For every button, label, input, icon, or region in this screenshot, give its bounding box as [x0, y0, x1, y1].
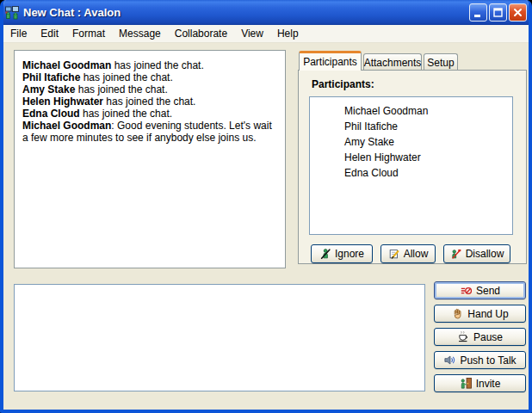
allow-button-label: Allow [404, 248, 429, 260]
maximize-icon [492, 6, 504, 19]
participant-item[interactable]: Helen Highwater [310, 150, 512, 165]
menu-format[interactable]: Format [65, 26, 112, 41]
participant-item[interactable]: Edna Cloud [310, 165, 512, 181]
chat-message: Amy Stake has joined the chat. [22, 83, 277, 96]
chat-message: Edna Cloud has joined the chat. [22, 108, 277, 120]
disallow-button-label: Disallow [466, 248, 504, 260]
participant-item[interactable]: Amy Stake [310, 134, 512, 150]
participant-item[interactable]: Michael Goodman [310, 103, 512, 119]
invite-button[interactable]: Invite [434, 374, 526, 392]
push-to-talk-button[interactable]: Push to Talk [434, 351, 526, 369]
menu-message[interactable]: Message [112, 26, 168, 41]
close-button[interactable] [509, 3, 527, 22]
coffee-cup-icon [457, 330, 470, 343]
tab-participants[interactable]: Participants [299, 51, 362, 71]
close-icon [511, 6, 524, 19]
pause-button-label: Pause [473, 331, 503, 343]
chat-message: Phil Itafiche has joined the chat. [22, 71, 277, 83]
hand-up-button-label: Hand Up [467, 308, 508, 320]
hand-up-button[interactable]: Hand Up [434, 305, 526, 323]
ignore-person-slash-icon [319, 248, 331, 260]
titlebar[interactable]: New Chat : Avalon [0, 0, 532, 25]
allow-button[interactable]: Allow [380, 244, 436, 263]
participants-panel: Participants: Michael Goodman Phil Itafi… [298, 70, 527, 264]
allow-note-pencil-icon [388, 248, 400, 260]
window-title: New Chat : Avalon [23, 6, 467, 19]
push-to-talk-button-label: Push to Talk [460, 354, 516, 367]
participant-item[interactable]: Phil Itafiche [310, 119, 512, 134]
maximize-button[interactable] [489, 3, 507, 22]
disallow-person-red-slash-icon [450, 248, 462, 260]
send-button[interactable]: Send [434, 281, 526, 299]
chat-window: New Chat : Avalon File Edit Format Messa… [0, 0, 532, 413]
menu-file[interactable]: File [3, 26, 34, 41]
ignore-button-label: Ignore [335, 248, 364, 260]
pause-button[interactable]: Pause [434, 328, 526, 346]
minimize-icon [472, 6, 485, 19]
ignore-button[interactable]: Ignore [311, 244, 373, 263]
invite-button-label: Invite [476, 378, 501, 390]
send-button-label: Send [476, 285, 500, 297]
send-icon [460, 285, 473, 297]
tab-setup[interactable]: Setup [424, 53, 458, 71]
invite-person-door-icon [460, 377, 473, 390]
chat-message: Michael Goodman has joined the chat. [22, 59, 277, 71]
disallow-button[interactable]: Disallow [443, 244, 510, 263]
chat-message: Helen Highwater has joined the chat. [22, 96, 277, 108]
chat-log: Michael Goodman has joined the chat. Phi… [14, 50, 286, 268]
hand-icon [451, 307, 464, 320]
menu-bar: File Edit Format Message Collaborate Vie… [3, 25, 529, 43]
chat-message: Michael Goodman: Good evening students. … [22, 120, 277, 144]
minimize-button[interactable] [469, 3, 487, 22]
tab-attachments[interactable]: Attachments [363, 53, 422, 71]
menu-edit[interactable]: Edit [34, 26, 65, 41]
speaker-icon [443, 354, 456, 367]
menu-view[interactable]: View [234, 26, 270, 41]
menu-collaborate[interactable]: Collaborate [168, 26, 234, 41]
window-icon [5, 6, 19, 20]
participants-heading: Participants: [312, 78, 374, 90]
participants-list[interactable]: Michael Goodman Phil Itafiche Amy Stake … [309, 96, 513, 235]
menu-help[interactable]: Help [270, 26, 306, 41]
message-composer-input[interactable] [14, 284, 425, 391]
